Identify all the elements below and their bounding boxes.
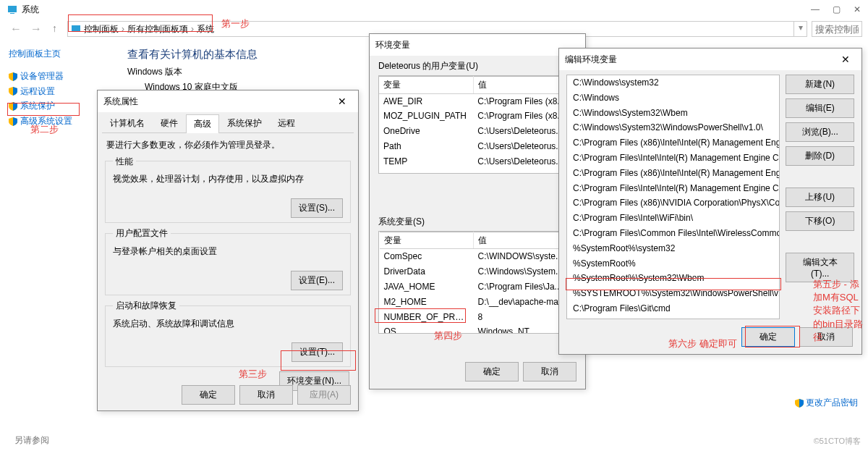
sidebar-item[interactable]: 设备管理器 [9,70,85,83]
envvars-titlebar: 环境变量 [370,34,585,56]
browse-button[interactable]: 浏览(B)... [786,122,854,142]
back-button[interactable]: ← [6,21,26,37]
editenv-ok-button[interactable]: 确定 [741,327,795,347]
col-name[interactable]: 变量 [379,76,473,93]
control-panel-home[interactable]: 控制面板主页 [9,48,85,60]
svg-rect-0 [8,6,17,12]
list-item[interactable]: C:\Program Files\Common Files\Intel\Wire… [567,226,779,241]
sysprops-titlebar: 系统属性 ✕ [98,90,358,112]
list-item[interactable]: C:\Windows\System32\Wbem [567,106,779,121]
sysprops-cancel-button[interactable]: 取消 [239,385,293,405]
list-item[interactable]: C:\Program Files\Intel\WiFi\bin\ [567,211,779,226]
breadcrumb-item[interactable]: 所有控制面板项 [127,23,188,35]
table-row[interactable]: OneDriveC:\Users\Deleteorus... [379,124,576,139]
section-title: Windows 版本 [127,66,258,78]
movedown-button[interactable]: 下移(O) [786,211,854,231]
edit-button[interactable]: 编辑(E) [786,98,854,118]
table-row[interactable]: PathC:\Users\Deleteorus... [379,139,576,154]
list-item[interactable]: %SystemRoot%\system32 [567,241,779,256]
svg-rect-1 [10,13,14,14]
list-item[interactable]: C:\Program Files (x86)\NVIDIA Corporatio… [567,195,779,211]
envvars-cancel-button[interactable]: 取消 [523,362,576,382]
list-item[interactable]: C:\Program Files\Git\cmd [567,301,779,316]
startup-desc: 系统启动、系统故障和调试信息 [113,318,343,330]
search-input[interactable] [812,21,862,37]
close-button[interactable]: ✕ [854,4,861,16]
close-icon[interactable]: ✕ [332,90,352,112]
list-item[interactable]: C:\Program Files\Intel\Intel(R) Manageme… [567,151,779,166]
list-item[interactable]: %SystemRoot% [567,256,779,271]
step-5-label: 第五步 - 添加M有SQL安装路径下的bin目录路径 [813,278,867,344]
table-row[interactable]: NUMBER_OF_PROCESSORS8 [380,310,576,325]
admin-note: 要进行大多数更改，你必须作为管理员登录。 [98,133,358,151]
minimize-button[interactable]: — [811,4,820,16]
breadcrumb-item[interactable]: 控制面板 [84,23,119,35]
list-item[interactable]: C:\Program Files (x86)\Intel\Intel(R) Ma… [567,135,779,151]
maximize-button[interactable]: ▢ [833,4,841,16]
perf-desc: 视觉效果，处理器计划，内存使用，以及虚拟内存 [113,173,343,185]
tab[interactable]: 硬件 [153,114,186,132]
tab[interactable]: 计算机名 [102,114,153,132]
sidebar-item[interactable]: 系统保护 [9,100,85,112]
table-row[interactable]: TEMPC:\Users\Deleteorus... [379,154,576,169]
list-item[interactable]: C:\Windows\system32 [567,75,779,90]
close-icon[interactable]: ✕ [835,49,856,70]
shield-icon [9,102,17,111]
moveup-button[interactable]: 上移(U) [786,187,854,207]
watermark: ©51CTO博客 [814,436,861,447]
editenv-titlebar: 编辑环境变量 ✕ [559,49,861,70]
table-row[interactable]: MOZ_PLUGIN_PATHC:\Program Files (x8... [379,109,576,124]
table-row[interactable]: M2_HOMED:\__dev\apache-ma... [380,295,576,310]
dropdown-icon[interactable]: ▾ [794,21,807,37]
list-item[interactable]: %SystemRoot%\System32\Wbem [567,271,779,286]
see-also: 另请参阅 [14,434,49,447]
envvars-ok-button[interactable]: 确定 [465,362,519,382]
table-row[interactable]: OSWindows_NT [380,324,576,333]
sysprops-apply-button[interactable]: 应用(A) [297,385,351,405]
profiles-settings-button[interactable]: 设置(E)... [291,271,343,290]
list-item[interactable]: %JAVA_HOME%\bin [567,316,779,319]
table-row[interactable]: ComSpecC:\WINDOWS\syste... [380,249,576,264]
table-row[interactable]: TMPC:\Users\Deleteorus... [379,169,576,174]
startup-settings-button[interactable]: 设置(T)... [292,342,343,362]
sidebar-item[interactable]: 远程设置 [9,85,85,98]
list-item[interactable]: C:\Program Files\Intel\Intel(R) Manageme… [567,181,779,196]
new-button[interactable]: 新建(N) [786,75,854,94]
forward-button[interactable]: → [26,21,46,37]
tab[interactable]: 系统保护 [219,114,270,132]
table-row[interactable]: AWE_DIRC:\Program Files (x8... [379,93,576,109]
step-6-label: 第六步 确定即可 [668,337,737,350]
svg-rect-2 [72,25,80,32]
editenv-title: 编辑环境变量 [565,49,617,70]
delete-button[interactable]: 删除(D) [786,146,854,166]
table-row[interactable]: DriverDataC:\Windows\System... [380,264,576,279]
startup-legend: 启动和故障恢复 [113,300,179,312]
perf-legend: 性能 [113,156,136,168]
profiles-desc: 与登录帐户相关的桌面设置 [113,245,343,258]
sysprops-title: 系统属性 [103,90,138,112]
breadcrumb-item[interactable]: 系统 [197,23,214,35]
window-title: 系统 [22,4,39,16]
list-item[interactable]: C:\Windows\System32\WindowsPowerShell\v1… [567,120,779,135]
list-item[interactable]: C:\Program Files (x86)\Intel\Intel(R) Ma… [567,166,779,181]
step-1-label: 第一步 [221,17,250,30]
list-item[interactable]: %SYSTEMROOT%\System32\WindowsPowerShell\… [567,286,779,301]
envvars-title: 环境变量 [375,34,410,56]
shield-icon [9,87,17,96]
table-row[interactable]: JAVA_HOMEC:\Program Files\Ja... [380,279,576,295]
user-vars-label: Deleteorus 的用户变量(U) [378,60,576,72]
perf-settings-button[interactable]: 设置(S)... [291,198,343,218]
tab[interactable]: 远程 [270,114,303,132]
tab[interactable]: 高级 [186,114,219,133]
system-icon [7,4,17,14]
up-button[interactable]: ↑ [46,22,63,36]
shield-icon [795,399,804,408]
sys-vars-label: 系统变量(S) [378,216,576,228]
security-link[interactable]: 更改产品密钥 [795,397,858,409]
step-4-label: 第四步 [434,329,462,342]
list-item[interactable]: C:\Windows [567,90,779,106]
sysprops-ok-button[interactable]: 确定 [182,385,235,405]
profiles-legend: 用户配置文件 [113,227,171,240]
col-name[interactable]: 变量 [380,232,474,249]
step-2-label: 第二步 [30,123,59,136]
